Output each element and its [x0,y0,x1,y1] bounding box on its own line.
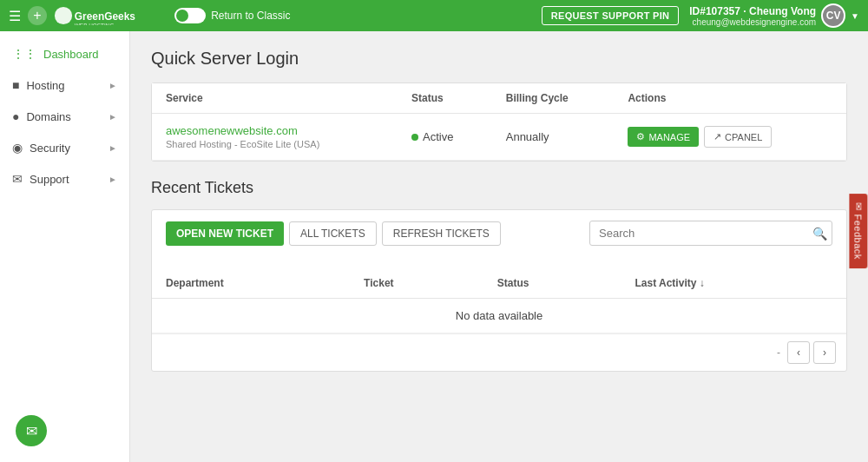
service-sub: Shared Hosting - EcoSite Lite (USA) [166,139,384,149]
service-link[interactable]: awesomenewwebsite.com [166,124,298,137]
server-login-card: Service Status Billing Cycle Actions awe… [151,82,847,162]
chevron-right-icon: ► [108,112,117,122]
col-department: Department [152,268,350,299]
toggle-knob [176,10,188,22]
search-icon-button[interactable]: 🔍 [812,227,827,241]
open-new-ticket-button[interactable]: OPEN NEW TICKET [166,221,284,246]
tickets-toolbar: OPEN NEW TICKET ALL TICKETS REFRESH TICK… [166,221,832,246]
search-input[interactable] [589,221,832,246]
svg-point-0 [55,7,72,24]
sidebar: ⋮⋮ Dashboard ■ Hosting ► ● Domains ► ◉ S… [0,31,130,462]
sidebar-item-domains[interactable]: ● Domains ► [0,101,129,132]
chat-bubble[interactable]: ✉ [16,415,47,446]
page-dash: - [773,346,784,359]
chevron-down-icon[interactable]: ▼ [851,11,859,21]
page-title: Quick Server Login [151,49,847,69]
no-data-row: No data available [152,299,846,333]
user-details: ID#107357 · Cheung Vong cheung@webdesign… [689,5,816,27]
chevron-right-icon: ► [108,175,117,184]
tickets-toolbar-wrap: OPEN NEW TICKET ALL TICKETS REFRESH TICK… [152,210,846,268]
globe-icon: ● [12,109,19,123]
chevron-right-icon: ► [108,143,117,153]
recent-tickets-title: Recent Tickets [151,179,847,197]
feedback-label: Feedback [853,214,864,260]
pagination: - ‹ › [152,333,846,371]
chevron-right-icon: ► [108,81,117,90]
tickets-actions: OPEN NEW TICKET ALL TICKETS REFRESH TICK… [166,221,501,246]
support-pin-button[interactable]: REQUEST SUPPORT PIN [542,6,680,25]
add-button[interactable]: + [28,6,47,25]
status-label: Active [423,130,453,143]
main-layout: ⋮⋮ Dashboard ■ Hosting ► ● Domains ► ◉ S… [0,31,868,462]
sidebar-item-label: Dashboard [43,48,99,61]
logo: GreenGeeks WEB HOSTING [54,6,157,25]
col-service: Service [152,83,398,114]
feedback-tab[interactable]: ✉ Feedback [850,194,868,268]
user-name: ID#107357 · Cheung Vong [689,5,816,17]
status-cell: Active [398,114,492,161]
avatar[interactable]: CV [821,3,845,28]
sidebar-item-security[interactable]: ◉ Security ► [0,132,129,163]
content: Quick Server Login Service Status Billin… [130,31,868,462]
grid-icon: ⋮⋮ [12,47,36,61]
svg-text:WEB HOSTING: WEB HOSTING [75,23,115,25]
status-dot [411,134,418,141]
actions-cell: ⚙ MANAGE ↗ CPANEL [614,114,846,161]
next-page-button[interactable]: › [813,341,836,364]
col-ticket: Ticket [350,268,483,299]
sidebar-item-label: Domains [26,110,70,123]
user-info: ID#107357 · Cheung Vong cheung@webdesign… [689,3,859,28]
user-email: cheung@webdesignengine.com [689,17,816,27]
shield-icon: ◉ [12,141,23,155]
all-tickets-button[interactable]: ALL TICKETS [289,221,377,246]
server-table: Service Status Billing Cycle Actions awe… [152,83,846,161]
col-actions: Actions [614,83,846,114]
col-billing: Billing Cycle [492,83,615,114]
return-to-classic-toggle[interactable] [174,8,206,23]
feedback-icon: ✉ [853,202,865,211]
col-ticket-status: Status [483,268,621,299]
hamburger-icon[interactable]: ☰ [9,8,21,24]
no-data-cell: No data available [152,299,846,333]
prev-page-button[interactable]: ‹ [787,341,810,364]
status-active: Active [411,130,478,143]
tickets-table: Department Ticket Status Last Activity ↓… [152,268,846,333]
actions-wrap: ⚙ MANAGE ↗ CPANEL [628,126,832,148]
topnav-left: ☰ + GreenGeeks WEB HOSTING Return to Cla… [9,6,291,25]
chat-icon: ✉ [26,423,37,439]
sort-icon: ↓ [700,277,705,289]
billing-cell: Annually [492,114,615,161]
gear-icon: ⚙ [636,131,645,142]
search-wrap: 🔍 [589,221,832,246]
sidebar-item-label: Hosting [26,79,64,92]
table-row: awesomenewwebsite.com Shared Hosting - E… [152,114,846,161]
server-icon: ■ [12,78,19,92]
service-cell: awesomenewwebsite.com Shared Hosting - E… [152,114,398,161]
sidebar-item-dashboard[interactable]: ⋮⋮ Dashboard [0,38,129,69]
manage-button[interactable]: ⚙ MANAGE [628,127,699,147]
tickets-card: OPEN NEW TICKET ALL TICKETS REFRESH TICK… [151,209,847,372]
refresh-tickets-button[interactable]: REFRESH TICKETS [382,221,501,246]
sidebar-item-hosting[interactable]: ■ Hosting ► [0,69,129,101]
col-status: Status [398,83,492,114]
cpanel-button[interactable]: ↗ CPANEL [704,126,772,148]
svg-text:GreenGeeks: GreenGeeks [75,10,136,23]
topnav: ☰ + GreenGeeks WEB HOSTING Return to Cla… [0,0,868,31]
sidebar-item-label: Support [30,173,69,186]
logo-svg: GreenGeeks WEB HOSTING [54,6,157,25]
toggle-wrap: Return to Classic [174,8,290,23]
headset-icon: ✉ [12,172,23,186]
return-label: Return to Classic [211,10,290,22]
sidebar-item-label: Security [30,142,70,155]
col-last-activity: Last Activity ↓ [621,268,846,299]
sidebar-item-support[interactable]: ✉ Support ► [0,163,129,195]
topnav-right: REQUEST SUPPORT PIN ID#107357 · Cheung V… [542,3,859,28]
external-link-icon: ↗ [713,131,721,142]
